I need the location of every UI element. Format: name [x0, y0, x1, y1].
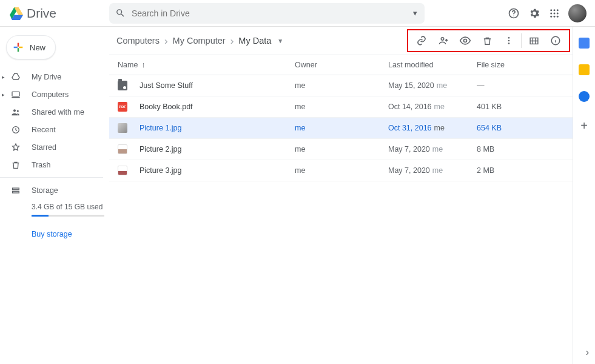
hide-sidepanel-icon[interactable]: › — [586, 347, 589, 358]
modified-by: me — [434, 124, 445, 132]
svg-point-29 — [508, 42, 510, 44]
apps-grid-icon[interactable] — [549, 8, 560, 19]
breadcrumb-seg-current[interactable]: My Data — [238, 36, 271, 46]
svg-point-12 — [554, 15, 556, 17]
file-owner: me — [295, 81, 388, 90]
breadcrumb-seg[interactable]: Computers — [116, 36, 160, 46]
modified-by: me — [432, 166, 443, 175]
help-icon[interactable] — [508, 7, 520, 19]
buy-storage-link[interactable]: Buy storage — [0, 230, 109, 238]
svg-rect-24 — [13, 191, 19, 193]
sidebar-item-recent[interactable]: Recent — [0, 121, 109, 138]
file-name-cell: Just Some Stuff — [109, 81, 295, 90]
add-addon-button[interactable]: + — [580, 120, 588, 131]
sidebar-item-computers[interactable]: ▸ Computers — [0, 86, 109, 103]
file-size: 8 MB — [477, 145, 573, 153]
sidebar-item-my-drive[interactable]: ▸ My Drive — [0, 68, 109, 86]
svg-point-27 — [508, 37, 510, 39]
modified-date: May 7, 2020 — [388, 145, 430, 153]
sidebar-item-label: Recent — [32, 126, 56, 134]
grid-view-button[interactable] — [523, 30, 545, 51]
file-name: Picture 2.jpg — [140, 145, 181, 153]
calendar-addon-icon[interactable] — [579, 38, 590, 49]
modified-date: Oct 14, 2016 — [388, 103, 432, 111]
svg-point-25 — [441, 38, 444, 41]
side-panel: + — [573, 27, 595, 364]
grid-view-icon — [529, 36, 539, 46]
svg-rect-19 — [12, 92, 19, 96]
settings-gear-icon[interactable] — [528, 7, 540, 19]
breadcrumb: Computers › My Computer › My Data ▼ — [116, 36, 283, 46]
col-name[interactable]: Name ↑ — [109, 61, 295, 69]
tasks-addon-icon[interactable] — [579, 91, 590, 102]
storage-bar — [32, 215, 104, 217]
account-avatar[interactable] — [568, 4, 587, 22]
search-bar[interactable]: ▾ — [109, 3, 425, 24]
svg-point-9 — [554, 12, 556, 14]
file-owner: me — [295, 103, 388, 111]
trash-icon — [11, 160, 21, 170]
sidebar-item-storage[interactable]: Storage — [0, 181, 109, 199]
keep-addon-icon[interactable] — [579, 64, 590, 75]
file-name-cell: PDFBooky Book.pdf — [109, 102, 295, 112]
breadcrumb-dropdown-icon[interactable]: ▼ — [277, 38, 283, 44]
sidebar-item-label: Storage — [32, 186, 58, 195]
modified-by: me — [432, 145, 443, 153]
more-actions-button[interactable] — [498, 30, 520, 51]
file-name: Picture 1.jpg — [140, 124, 181, 132]
file-row[interactable]: Picture 1.jpgmeOct 31, 2016me654 KB — [109, 118, 573, 139]
new-button-label: New — [30, 43, 45, 52]
svg-point-11 — [550, 15, 552, 17]
computer-icon — [11, 90, 21, 99]
file-name: Booky Book.pdf — [140, 103, 193, 111]
sidebar-item-starred[interactable]: Starred — [0, 138, 109, 156]
sidebar-item-label: Shared with me — [32, 108, 84, 116]
image-thumb-icon — [118, 123, 127, 133]
svg-rect-14 — [18, 43, 19, 47]
column-headers: Name ↑ Owner Last modified File size — [109, 55, 573, 75]
folder-icon — [118, 81, 127, 90]
sidebar-item-shared[interactable]: Shared with me — [0, 103, 109, 121]
file-name-cell: Picture 3.jpg — [109, 166, 295, 175]
search-options-caret-icon[interactable]: ▾ — [413, 8, 417, 18]
file-row[interactable]: Just Some StuffmeMay 15, 2020me— — [109, 75, 573, 96]
star-icon — [11, 143, 21, 152]
col-owner[interactable]: Owner — [295, 61, 388, 69]
col-size[interactable]: File size — [477, 61, 573, 69]
preview-button[interactable] — [454, 30, 476, 51]
share-button[interactable] — [432, 30, 454, 51]
svg-point-13 — [557, 15, 559, 17]
file-row[interactable]: PDFBooky Book.pdfmeOct 14, 2016me401 KB — [109, 96, 573, 118]
svg-point-21 — [17, 110, 19, 112]
file-owner: me — [295, 166, 388, 175]
sidebar-item-label: My Drive — [32, 73, 61, 81]
chevron-right-icon: › — [164, 36, 168, 46]
sidebar-item-label: Trash — [32, 161, 51, 169]
sidebar-item-trash[interactable]: Trash — [0, 156, 109, 174]
file-row[interactable]: Picture 3.jpgmeMay 7, 2020me2 MB — [109, 160, 573, 181]
image-thumb-icon — [118, 166, 127, 175]
chevron-right-icon: › — [230, 36, 234, 46]
file-list: Just Some StuffmeMay 15, 2020me—PDFBooky… — [109, 75, 573, 181]
app-logo[interactable]: Drive — [5, 6, 109, 21]
header: Drive ▾ — [0, 0, 595, 27]
my-drive-icon — [11, 72, 21, 82]
people-icon — [11, 107, 21, 117]
search-input[interactable] — [132, 8, 419, 18]
more-vert-icon — [504, 36, 514, 46]
link-icon — [416, 35, 427, 46]
delete-button[interactable] — [476, 30, 498, 51]
sidebar-item-label: Computers — [32, 90, 69, 99]
svg-point-10 — [557, 12, 559, 14]
clock-icon — [11, 125, 21, 135]
get-link-button[interactable] — [411, 30, 432, 51]
sort-asc-icon: ↑ — [141, 61, 145, 69]
col-modified[interactable]: Last modified — [388, 61, 477, 69]
file-modified: May 7, 2020me — [388, 145, 477, 153]
svg-point-28 — [508, 40, 510, 42]
file-row[interactable]: Picture 2.jpgmeMay 7, 2020me8 MB — [109, 139, 573, 160]
new-button[interactable]: New — [6, 35, 56, 59]
details-button[interactable] — [545, 30, 566, 51]
modified-by: me — [437, 81, 447, 90]
breadcrumb-seg[interactable]: My Computer — [173, 36, 226, 46]
